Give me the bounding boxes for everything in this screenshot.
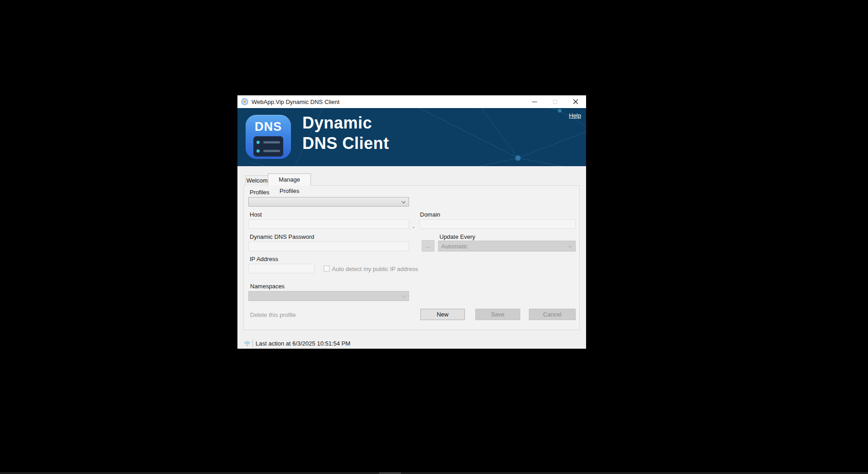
manage-profiles-panel: Profiles Host . Domain Dynamic DNS Passw… [243,185,580,330]
dns-logo-text: DNS [246,120,291,134]
minimize-icon [532,102,537,102]
ip-address-label: IP Address [250,256,278,262]
client-area: Welcome! Manage Profiles Profiles Host .… [237,166,586,338]
minimize-button[interactable] [524,95,545,108]
delete-profile-link: Delete this profile [250,311,296,318]
server-led-icon [256,141,260,144]
taskbar-hint-segment [379,472,401,474]
password-label: Dynamic DNS Password [250,233,314,240]
update-every-value: Automatic [441,243,468,250]
close-button[interactable] [565,95,586,108]
profiles-dropdown[interactable] [248,197,409,207]
ip-address-input [248,264,315,273]
namespaces-dropdown [248,291,409,301]
host-input [248,219,409,229]
new-button[interactable]: New [420,309,465,320]
wifi-status-icon [244,340,251,348]
caption-buttons [524,95,586,108]
desktop: WebApp.Vip Dynamic DNS Client [0,0,868,474]
host-label: Host [250,211,262,218]
profiles-label: Profiles [250,189,269,196]
maximize-icon [553,100,557,104]
chevron-down-icon [401,199,405,203]
statusbar-text: Last action at 6/3/2025 10:51:54 PM [256,340,350,347]
maximize-button [545,95,565,108]
hero-title-line1: Dynamic [302,113,389,133]
window-title: WebApp.Vip Dynamic DNS Client [252,99,340,105]
auto-detect-label: Auto detect my public IP address [332,266,418,272]
close-icon [573,99,578,104]
dns-logo: DNS [246,115,291,159]
hero-title: Dynamic DNS Client [302,113,389,153]
chevron-down-icon [401,294,405,298]
host-domain-separator: . [413,222,414,229]
hero-title-line2: DNS Client [302,133,389,153]
password-input [248,242,409,251]
app-window: WebApp.Vip Dynamic DNS Client [237,95,586,349]
auto-detect-checkbox [324,266,330,272]
update-every-label: Update Every [439,233,475,240]
server-icon [253,136,283,157]
server-led-icon [256,149,260,153]
server-slot [263,141,280,143]
taskbar-hint [0,472,868,474]
cancel-button: Cancel [529,309,576,320]
help-link[interactable]: Help [569,112,581,119]
statusbar: Last action at 6/3/2025 10:51:54 PM [237,338,586,349]
titlebar[interactable]: WebApp.Vip Dynamic DNS Client [237,95,586,108]
server-slot [263,150,280,152]
domain-input [419,219,576,229]
save-button: Save [475,309,520,320]
namespaces-label: Namespaces [250,283,285,290]
app-globe-icon [241,98,248,105]
update-every-dropdown: Automatic [438,241,576,252]
domain-label: Domain [420,211,440,218]
header-banner: Help DNS Dynamic DNS Client [237,108,586,166]
statusbar-separator [252,340,253,347]
browse-button: ... [422,240,434,252]
tab-manage-profiles[interactable]: Manage Profiles [268,173,311,186]
chevron-down-icon [568,244,572,248]
